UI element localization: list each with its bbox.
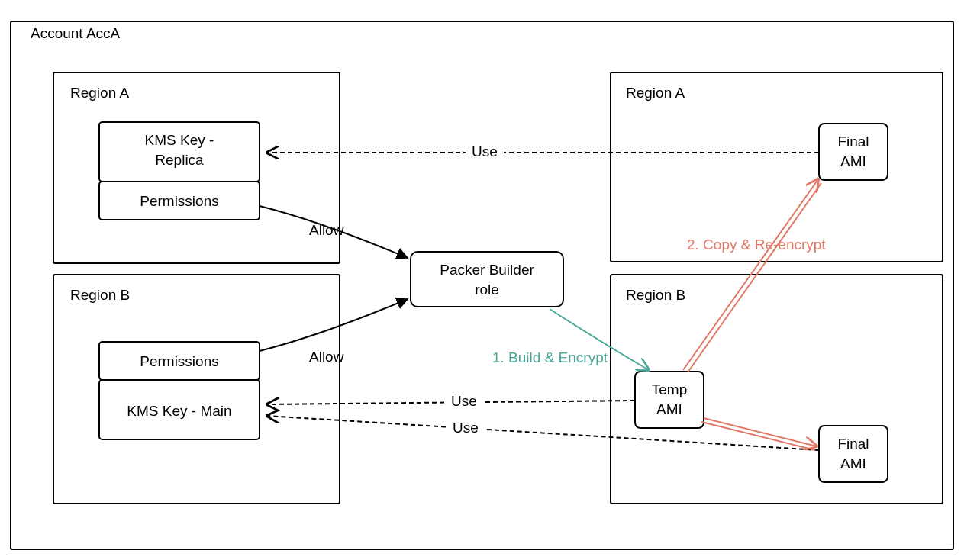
permissions-replica-label: Permissions [140, 193, 218, 209]
edge-allow-bottom-label: Allow [309, 349, 344, 365]
left-region-b-title: Region B [70, 287, 130, 303]
left-region-a-title: Region A [70, 85, 129, 101]
kms-key-main-label: KMS Key - Main [127, 403, 231, 419]
right-region-a-title: Region A [626, 85, 685, 101]
packer-builder-role-label-line2: role [475, 282, 499, 298]
edge-copy-reencrypt-down-double [701, 422, 815, 450]
edge-use-top-label: Use [472, 143, 498, 159]
final-ami-bottom-box [819, 426, 888, 482]
right-region-a [611, 72, 943, 262]
right-region-b-title: Region B [626, 287, 685, 303]
temp-ami-box [635, 372, 704, 428]
final-ami-top-label-line1: Final [837, 134, 869, 150]
final-ami-top-box [819, 124, 888, 180]
temp-ami-label-line1: Temp [652, 381, 687, 397]
architecture-diagram: Account AccA Region A KMS Key - Replica … [0, 0, 964, 560]
edge-allow-bottom [260, 299, 408, 351]
packer-builder-role-box [411, 252, 563, 307]
edge-use-bottom [267, 416, 819, 450]
edge-build-encrypt-label: 1. Build & Encrypt [492, 349, 608, 365]
final-ami-bottom-label-line2: AMI [840, 455, 866, 471]
edge-copy-reencrypt-down [704, 418, 817, 446]
temp-ami-label-line2: AMI [656, 401, 682, 417]
final-ami-bottom-label-line1: Final [837, 436, 869, 452]
account-title: Account AccA [31, 25, 121, 41]
permissions-main-label: Permissions [140, 353, 218, 369]
packer-builder-role-label-line1: Packer Builder [440, 262, 534, 278]
edge-allow-top-label: Allow [309, 222, 344, 238]
edge-use-bottom-label: Use [453, 420, 479, 436]
kms-key-replica-label-line1: KMS Key - [145, 132, 214, 148]
edge-copy-reencrypt-label: 2. Copy & Re-encrypt [687, 237, 826, 253]
edge-copy-reencrypt-up-double [688, 183, 821, 372]
final-ami-top-label-line2: AMI [840, 153, 866, 169]
kms-key-replica-label-line2: Replica [155, 152, 204, 168]
edge-use-mid-label: Use [451, 393, 477, 409]
